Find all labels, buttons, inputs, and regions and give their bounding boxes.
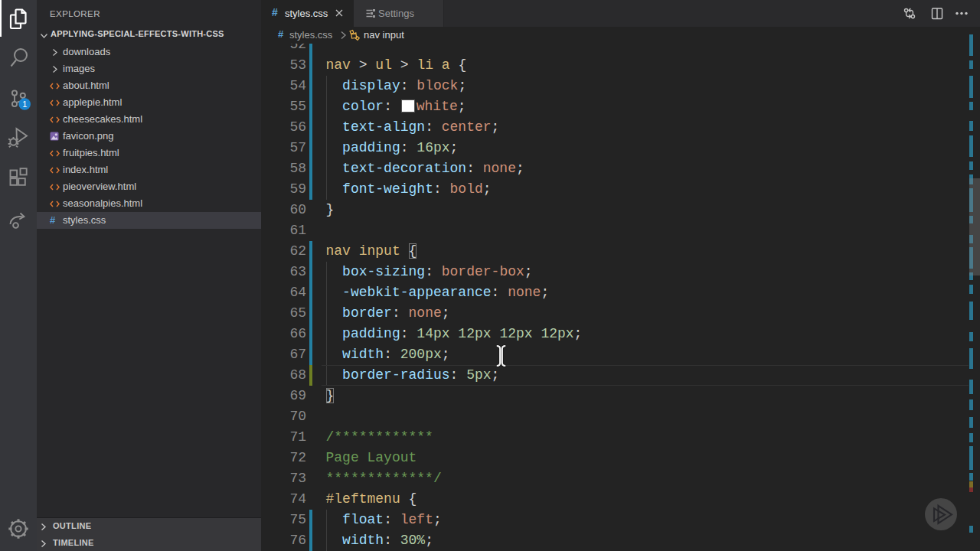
svg-text:1: 1 xyxy=(22,99,27,109)
